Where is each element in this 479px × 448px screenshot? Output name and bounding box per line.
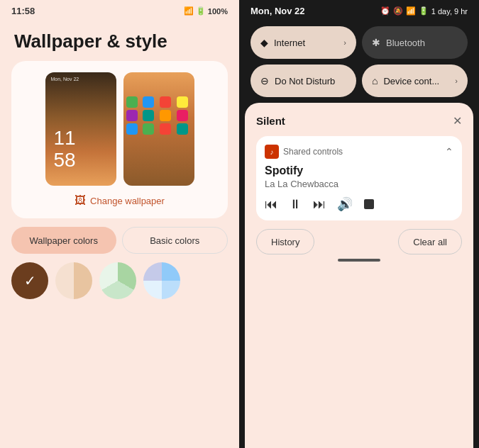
spotify-app-icon: ♪ xyxy=(265,145,279,159)
skip-forward-button[interactable]: ⏭ xyxy=(313,197,326,212)
home-indicator xyxy=(338,259,380,262)
time-left: 11:58 xyxy=(11,6,35,16)
chevron-icon-2: › xyxy=(455,77,458,85)
status-icons-right: ⏰ 🔕 📶 🔋 1 day, 9 hr xyxy=(380,6,468,16)
shared-controls-label: Shared controls xyxy=(283,147,343,157)
shared-controls-left: ♪ Shared controls xyxy=(265,145,343,159)
app-icon xyxy=(160,110,171,121)
battery-icon-right: 🔋 xyxy=(419,6,429,16)
stop-button[interactable] xyxy=(364,199,374,209)
app-icon xyxy=(160,96,171,108)
app-icon xyxy=(177,123,188,135)
device-controls-label: Device cont... xyxy=(383,76,439,86)
chevron-icon: › xyxy=(343,38,346,47)
track-name: Spotify xyxy=(265,164,453,177)
app-icon xyxy=(143,96,154,108)
silent-icon: 🔕 xyxy=(393,6,403,16)
left-panel: 11:58 📶 🔋 100% Wallpaper & style Mon, No… xyxy=(0,0,239,448)
preview-date: Mon, Nov 22 xyxy=(51,77,79,82)
volume-button[interactable]: 🔊 xyxy=(337,196,353,212)
bluetooth-icon: ✱ xyxy=(372,37,380,48)
battery-percent: 100% xyxy=(208,7,228,16)
dnd-icon: ⊖ xyxy=(260,75,269,86)
wallpaper-icon: 🖼 xyxy=(75,194,86,207)
app-icon xyxy=(126,96,138,108)
color-swatch-blue[interactable] xyxy=(143,262,180,299)
wallpaper-preview-card: Mon, Nov 22 1158 xyxy=(11,61,228,218)
app-icon xyxy=(160,123,171,135)
change-wallpaper-label: Change wallpaper xyxy=(90,196,165,206)
app-grid xyxy=(123,94,194,138)
track-artist: La La Chewbacca xyxy=(265,179,453,189)
app-icon xyxy=(143,110,154,121)
clear-all-button[interactable]: Clear all xyxy=(398,229,462,254)
signal-icon-right: 📶 xyxy=(406,6,416,16)
home-icon: ⌂ xyxy=(372,75,378,86)
right-panel: Mon, Nov 22 ⏰ 🔕 📶 🔋 1 day, 9 hr ◆ Intern… xyxy=(239,0,479,448)
check-icon: ✓ xyxy=(24,272,36,289)
basic-colors-tab[interactable]: Basic colors xyxy=(122,227,229,254)
home-screen-preview[interactable] xyxy=(123,72,194,186)
collapse-icon[interactable]: ⌃ xyxy=(445,146,453,157)
playback-controls: ⏮ ⏸ ⏭ 🔊 xyxy=(265,196,453,212)
bluetooth-tile[interactable]: ✱ Bluetooth xyxy=(362,26,468,59)
shared-controls-header: ♪ Shared controls ⌃ xyxy=(265,145,453,159)
color-swatch-brown[interactable]: ✓ xyxy=(11,262,48,299)
bluetooth-label: Bluetooth xyxy=(386,38,425,48)
alarm-icon: ⏰ xyxy=(380,6,390,16)
app-icon xyxy=(126,110,138,121)
media-card: ♪ Shared controls ⌃ Spotify La La Chewba… xyxy=(256,136,462,220)
wifi-icon: ◆ xyxy=(260,37,268,48)
status-bar-left: 11:58 📶 🔋 100% xyxy=(0,0,239,19)
history-button[interactable]: History xyxy=(256,229,314,254)
app-icon xyxy=(126,123,138,135)
lock-screen-preview[interactable]: Mon, Nov 22 1158 xyxy=(45,72,116,186)
notification-title: Silent xyxy=(256,115,285,127)
color-swatch-peach[interactable] xyxy=(55,262,92,299)
notification-panel: Silent ✕ ♪ Shared controls ⌃ Spotify La … xyxy=(245,103,473,448)
wallpaper-colors-tab[interactable]: Wallpaper colors xyxy=(11,227,116,254)
page-title: Wallpaper & style xyxy=(0,19,239,61)
status-icons-left: 📶 🔋 100% xyxy=(184,6,228,16)
battery-icon: 🔋 xyxy=(196,6,206,16)
app-icon xyxy=(177,110,188,121)
dnd-label: Do Not Disturb xyxy=(275,76,335,86)
color-tabs: Wallpaper colors Basic colors xyxy=(0,227,239,262)
color-swatches: ✓ xyxy=(0,262,239,299)
internet-tile[interactable]: ◆ Internet › xyxy=(250,26,356,59)
change-wallpaper-button[interactable]: 🖼 Change wallpaper xyxy=(75,194,165,207)
phone-previews: Mon, Nov 22 1158 xyxy=(45,72,194,186)
bottom-actions: History Clear all xyxy=(256,229,462,254)
notification-header: Silent ✕ xyxy=(256,114,462,128)
device-controls-tile[interactable]: ⌂ Device cont... › xyxy=(362,65,468,97)
signal-icon: 📶 xyxy=(184,6,194,16)
app-icon xyxy=(177,96,188,108)
status-bar-right: Mon, Nov 22 ⏰ 🔕 📶 🔋 1 day, 9 hr xyxy=(239,0,479,21)
skip-back-button[interactable]: ⏮ xyxy=(265,197,277,212)
pause-button[interactable]: ⏸ xyxy=(289,197,302,212)
battery-days: 1 day, 9 hr xyxy=(431,7,468,16)
color-swatch-green[interactable] xyxy=(99,262,136,299)
close-notification-button[interactable]: ✕ xyxy=(453,114,462,128)
quick-tiles: ◆ Internet › ✱ Bluetooth ⊖ Do Not Distur… xyxy=(239,21,479,103)
preview-clock: 1158 xyxy=(54,128,76,172)
do-not-disturb-tile[interactable]: ⊖ Do Not Disturb xyxy=(250,65,356,97)
app-icon xyxy=(143,123,154,135)
date-right: Mon, Nov 22 xyxy=(250,6,305,16)
internet-label: Internet xyxy=(274,38,305,48)
